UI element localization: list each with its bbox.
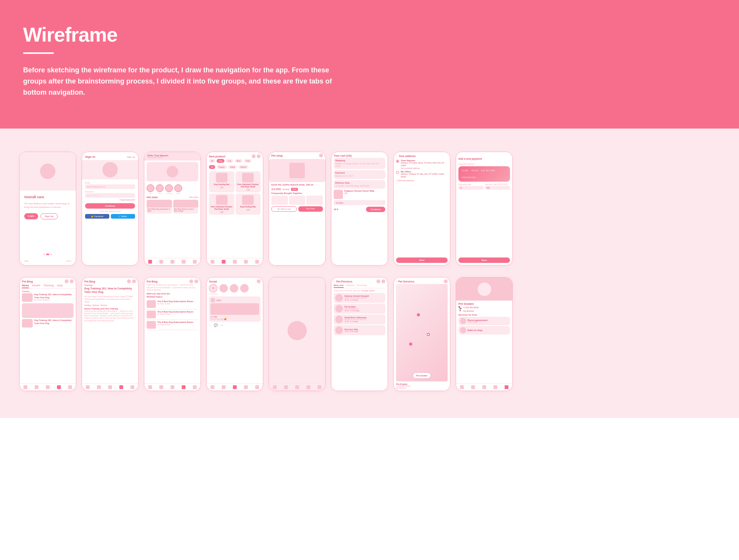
- save-payment-btn[interactable]: Save: [458, 257, 510, 263]
- bl-nav-profile[interactable]: [130, 385, 134, 389]
- cart-icon[interactable]: [319, 154, 323, 157]
- sn-home[interactable]: [211, 385, 214, 389]
- share-icon[interactable]: ↪: [220, 324, 223, 327]
- nav-blog-social[interactable]: [46, 385, 50, 389]
- service-3[interactable]: Small-Door Veterinary 891 8rd Floor New …: [334, 314, 385, 324]
- filter-icon[interactable]: [257, 154, 261, 158]
- sv-blog[interactable]: [493, 385, 497, 389]
- service-2[interactable]: Pet Graden New York City, NY ★ 4.8 · 2.4…: [334, 304, 385, 314]
- filter-dog[interactable]: Dog: [217, 159, 224, 163]
- sub-senior[interactable]: Senior: [238, 165, 248, 169]
- story-shop[interactable]: [156, 184, 164, 192]
- sub-all[interactable]: All: [209, 165, 215, 169]
- comment-icon[interactable]: 💬: [214, 324, 218, 327]
- see-more-link[interactable]: See more: [189, 196, 198, 199]
- bl-nav-home[interactable]: [86, 385, 90, 389]
- like-icon[interactable]: ♡: [209, 324, 212, 327]
- an-profile[interactable]: [193, 385, 197, 389]
- filter-cat[interactable]: Cat: [226, 159, 233, 163]
- add-to-cart-btn[interactable]: 🛒 Add to cart: [271, 206, 297, 212]
- bl-nav-social[interactable]: [108, 385, 112, 389]
- en-profile[interactable]: [318, 385, 321, 389]
- product-card-4[interactable]: Dog Feeding Mat 13$: [236, 194, 261, 215]
- set-default-link[interactable]: Set as default address: [401, 167, 448, 169]
- an-blog[interactable]: [182, 385, 186, 389]
- nav-profile[interactable]: [193, 260, 197, 264]
- an-shop[interactable]: [159, 385, 163, 389]
- tab-training[interactable]: Training: [43, 284, 54, 288]
- story-story[interactable]: [147, 184, 154, 192]
- product-card-1[interactable]: Dog Feeding Mat 13$: [209, 171, 234, 192]
- tab-help[interactable]: Help: [57, 284, 63, 288]
- social-search-icon[interactable]: [257, 279, 261, 283]
- filter-fish[interactable]: Fish: [244, 159, 252, 163]
- en-shop[interactable]: [284, 385, 288, 389]
- blog-filter-icon[interactable]: [70, 279, 74, 283]
- add-new-address[interactable]: + Add new address: [396, 179, 448, 182]
- services-filter-icon[interactable]: [381, 279, 385, 283]
- create-story-btn[interactable]: +: [209, 284, 217, 293]
- nav-blog-shop[interactable]: [35, 385, 38, 389]
- sv-shop[interactable]: [471, 385, 475, 389]
- nav-home-2[interactable]: [211, 260, 214, 264]
- sn-profile[interactable]: [255, 385, 259, 389]
- product-card-2[interactable]: Pets Unlimited Chicken Flat Rope Small 1…: [236, 171, 261, 192]
- blog3-search[interactable]: [189, 279, 193, 283]
- nav-shop[interactable]: [159, 260, 163, 264]
- continue-button[interactable]: Continue: [85, 203, 135, 209]
- continue-btn[interactable]: Continue: [366, 207, 385, 212]
- search-icon[interactable]: [252, 154, 256, 158]
- en-home[interactable]: [273, 385, 277, 389]
- signup-link[interactable]: Sign Up: [127, 156, 135, 158]
- an-social[interactable]: [171, 385, 174, 389]
- back-arrow-icon[interactable]: ‹: [396, 154, 397, 158]
- skip-label[interactable]: Skip: [24, 260, 29, 262]
- bl-nav-shop[interactable]: [97, 385, 101, 389]
- address1-radio[interactable]: [396, 160, 399, 163]
- nav-blog-blog[interactable]: [57, 385, 61, 389]
- en-social[interactable]: [295, 385, 299, 389]
- sub-puppy[interactable]: Puppy: [217, 165, 227, 169]
- service-1[interactable]: Hudson Animal Hospital 236 W 75th St, Ne…: [334, 293, 385, 303]
- twitter-btn[interactable]: 𝕣 Twitter: [111, 214, 135, 219]
- filter-bird[interactable]: Bird: [235, 159, 242, 163]
- sn-shop[interactable]: [222, 385, 226, 389]
- nav-shop-2[interactable]: [222, 260, 226, 264]
- forgot-password[interactable]: Forgot password?: [85, 199, 135, 201]
- map-filter-icon[interactable]: [444, 279, 448, 283]
- address-next-btn[interactable]: Next: [396, 257, 448, 263]
- nav-blog[interactable]: [182, 260, 186, 264]
- grooming-tab[interactable]: Grooming: [356, 284, 366, 288]
- login-button[interactable]: Login: [24, 213, 38, 219]
- an-home[interactable]: [148, 385, 152, 389]
- blog2-filter[interactable]: [132, 279, 136, 283]
- product-card-3[interactable]: Pets Unlimited Chicken Flat Rope Small 1…: [209, 194, 234, 215]
- filter-all[interactable]: All: [209, 159, 215, 163]
- blog2-search[interactable]: [127, 279, 131, 283]
- blog-search-icon[interactable]: [65, 279, 69, 283]
- sv-profile[interactable]: [505, 385, 508, 389]
- story-boarding[interactable]: [165, 184, 173, 192]
- nav-profile-2[interactable]: [255, 260, 259, 264]
- map-back-icon[interactable]: ‹: [396, 280, 397, 283]
- nav-blog-profile[interactable]: [68, 385, 72, 389]
- nav-blog-2[interactable]: [244, 260, 248, 264]
- user-avatar-icon[interactable]: [192, 154, 197, 159]
- services-search-icon[interactable]: [376, 279, 380, 283]
- tab-news[interactable]: News: [22, 284, 29, 288]
- blog3-filter[interactable]: [194, 279, 198, 283]
- nav-blog-home[interactable]: [23, 385, 27, 389]
- nav-home[interactable]: [148, 260, 152, 264]
- hospital-tab[interactable]: Hospital: [346, 284, 354, 288]
- address2-radio[interactable]: [396, 171, 399, 174]
- signup-button[interactable]: Sign Up: [40, 213, 58, 219]
- sn-social[interactable]: [233, 385, 237, 389]
- nav-social-2[interactable]: [233, 260, 237, 264]
- sub-adult[interactable]: Adult: [228, 165, 237, 169]
- buy-now-btn[interactable]: Buy Now: [298, 206, 323, 212]
- nav-social[interactable]: [171, 260, 174, 264]
- service-4[interactable]: Pet Care Villa ★ 4.9 · 5 mi away: [334, 325, 385, 335]
- services-back-icon[interactable]: ‹: [334, 280, 335, 283]
- bl-nav-blog[interactable]: [119, 385, 123, 389]
- sn-blog[interactable]: [244, 385, 248, 389]
